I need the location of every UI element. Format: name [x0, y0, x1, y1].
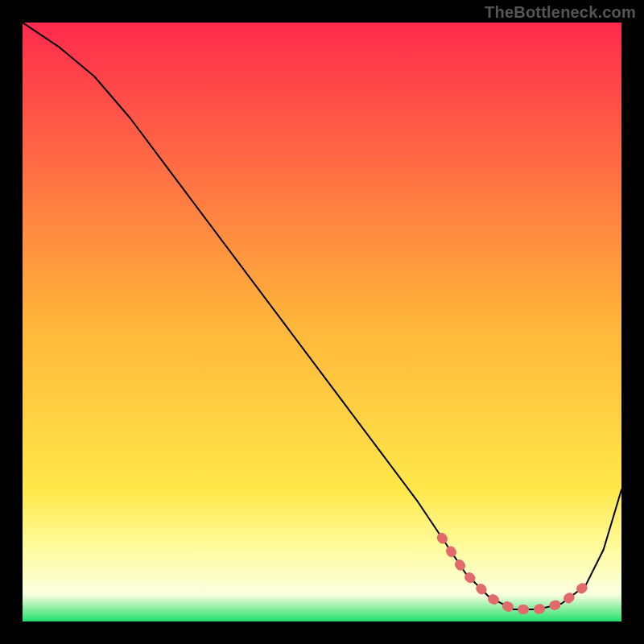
plot-background: [23, 23, 621, 621]
bottleneck-chart: [23, 23, 621, 621]
chart-stage: TheBottleneck.com: [0, 0, 644, 644]
watermark-text: TheBottleneck.com: [485, 3, 636, 22]
